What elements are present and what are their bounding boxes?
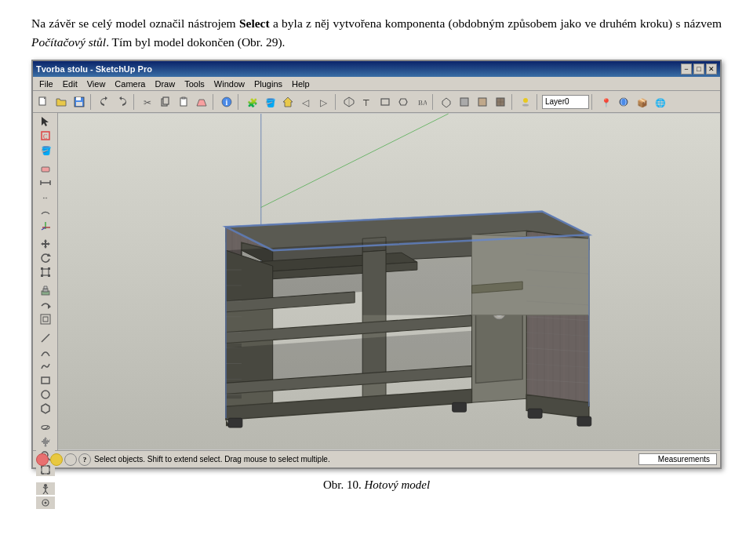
lt-line[interactable] xyxy=(36,332,55,344)
tb-erase[interactable] xyxy=(193,93,210,111)
tb-scene-back[interactable]: ◁ xyxy=(297,93,315,111)
lt-eraser[interactable] xyxy=(36,162,55,175)
minimize-button[interactable]: − xyxy=(681,64,692,75)
tb-save[interactable] xyxy=(71,93,88,111)
toolbar-sep-5 xyxy=(335,94,338,110)
svg-text:🪣: 🪣 xyxy=(41,145,51,155)
lt-make-component[interactable]: C xyxy=(36,129,55,142)
status-btn-2[interactable] xyxy=(50,453,63,466)
lt-arc[interactable] xyxy=(36,346,55,358)
tb-scene-next[interactable]: ▷ xyxy=(315,93,333,111)
lt-tape-measure[interactable] xyxy=(36,176,55,189)
maximize-button[interactable]: □ xyxy=(693,64,704,75)
tb-style-wire[interactable] xyxy=(438,93,455,111)
lt-dimensions[interactable]: ↔ xyxy=(36,191,55,203)
tb-view-back[interactable]: BAK xyxy=(413,93,430,111)
menu-plugins[interactable]: Plugins xyxy=(249,78,287,89)
lt-protractor[interactable] xyxy=(36,205,55,217)
lt-look-around[interactable] xyxy=(36,496,55,509)
svg-text:BAK: BAK xyxy=(418,99,427,107)
tb-open[interactable] xyxy=(53,93,70,111)
svg-marker-126 xyxy=(362,237,471,315)
title-bar-buttons: − □ ✕ xyxy=(681,64,717,75)
toolbar-sep-9 xyxy=(591,94,595,110)
lt-polygon[interactable] xyxy=(36,402,55,415)
menu-help[interactable]: Help xyxy=(287,78,315,89)
tb-redo[interactable] xyxy=(114,93,131,111)
lt-move[interactable] xyxy=(36,238,55,250)
layer-selector[interactable] xyxy=(542,95,589,109)
menu-window[interactable]: Window xyxy=(209,78,249,89)
tb-add-location[interactable]: 📍 xyxy=(597,93,614,111)
svg-marker-125 xyxy=(226,242,362,301)
menu-draw[interactable]: Draw xyxy=(150,78,180,89)
lt-paint-bucket[interactable]: 🪣 xyxy=(36,144,55,156)
main-area: C 🪣 ↔ xyxy=(33,113,720,450)
svg-rect-122 xyxy=(577,416,591,426)
svg-rect-120 xyxy=(453,402,467,412)
svg-rect-60 xyxy=(41,315,50,324)
menu-camera[interactable]: Camera xyxy=(110,78,150,89)
lt-orbit[interactable] xyxy=(36,421,55,434)
svg-rect-54 xyxy=(41,275,43,277)
svg-rect-26 xyxy=(478,98,486,106)
menu-view[interactable]: View xyxy=(82,78,111,89)
lt-rotate[interactable] xyxy=(36,252,55,264)
status-btn-3[interactable] xyxy=(64,453,77,466)
lt-circle[interactable] xyxy=(36,388,55,401)
menu-tools[interactable]: Tools xyxy=(180,78,209,89)
menu-edit[interactable]: Edit xyxy=(58,78,82,89)
lt-scale[interactable] xyxy=(36,266,55,278)
svg-point-64 xyxy=(42,391,49,398)
status-btn-1[interactable] xyxy=(36,453,49,466)
tb-shadows[interactable] xyxy=(517,93,534,111)
tb-share[interactable]: 🌐 xyxy=(651,93,668,111)
lt-freehand[interactable] xyxy=(36,360,55,373)
tb-view-right[interactable] xyxy=(395,93,412,111)
tb-home[interactable] xyxy=(279,93,296,111)
tb-view-iso[interactable] xyxy=(340,93,358,111)
tb-component[interactable]: 🧩 xyxy=(243,93,260,111)
tb-paint[interactable]: 🪣 xyxy=(261,93,278,111)
status-help-icon[interactable]: ? xyxy=(78,453,91,466)
toolbar-sep-7 xyxy=(511,94,515,110)
tb-cut[interactable]: ✂ xyxy=(139,93,156,111)
figure-caption: Obr. 10. Hotový model xyxy=(31,478,722,492)
tb-new[interactable] xyxy=(35,93,52,111)
tb-copy[interactable] xyxy=(157,93,174,111)
page-content: Na závěr se celý model označil nástrojem… xyxy=(0,0,753,500)
tb-style-textured[interactable] xyxy=(492,93,509,111)
svg-line-62 xyxy=(42,334,49,342)
figure-number: Obr. 10. xyxy=(323,478,362,491)
lt-follow-me[interactable] xyxy=(36,299,55,311)
tb-view-front[interactable] xyxy=(376,93,394,111)
close-button[interactable]: ✕ xyxy=(706,64,717,75)
viewport[interactable] xyxy=(58,113,720,450)
tb-paste[interactable] xyxy=(175,93,192,111)
tb-google-earth[interactable] xyxy=(615,93,632,111)
lt-offset[interactable] xyxy=(36,313,55,325)
tb-style-hidden[interactable] xyxy=(456,93,473,111)
lt-rectangle[interactable] xyxy=(36,374,55,387)
tb-get-models[interactable]: 📦 xyxy=(633,93,650,111)
tb-style-shaded[interactable] xyxy=(474,93,491,111)
lt-pan[interactable] xyxy=(36,435,55,448)
measurements-box[interactable]: Measurements xyxy=(638,453,717,465)
toolbar-sep-4 xyxy=(238,94,241,110)
lt-select[interactable] xyxy=(36,115,55,128)
window-title: Tvorba stolu - SketchUp Pro xyxy=(36,64,152,74)
toolbar-sep-3 xyxy=(213,94,216,110)
svg-marker-22 xyxy=(399,99,407,105)
svg-rect-25 xyxy=(460,98,468,106)
svg-marker-37 xyxy=(42,117,49,126)
svg-text:📦: 📦 xyxy=(637,97,647,107)
tb-view-top[interactable]: ⊤ xyxy=(358,93,376,111)
svg-rect-63 xyxy=(42,377,49,384)
tb-undo[interactable] xyxy=(96,93,113,111)
svg-rect-119 xyxy=(228,418,242,427)
lt-push-pull[interactable] xyxy=(36,285,55,297)
lt-axes[interactable] xyxy=(36,219,55,231)
lt-walk[interactable] xyxy=(36,482,55,495)
tb-info[interactable]: i xyxy=(218,93,235,111)
menu-file[interactable]: File xyxy=(35,78,58,89)
